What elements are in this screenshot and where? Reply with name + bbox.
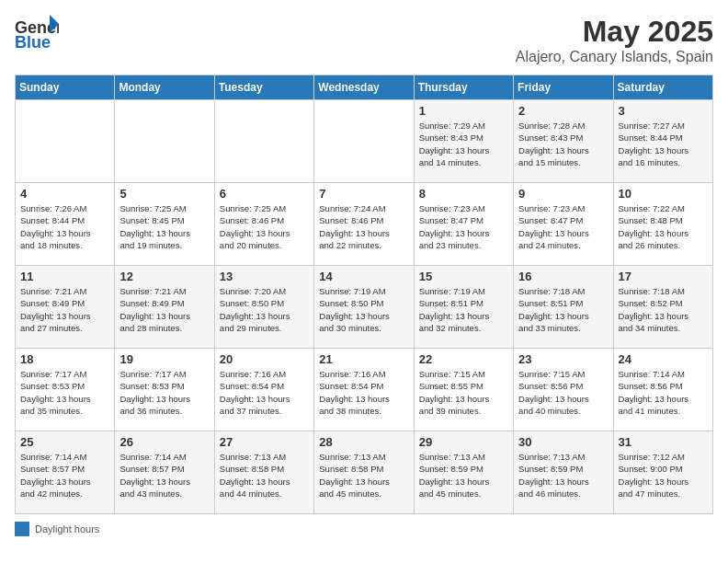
calendar-cell: [115, 100, 214, 183]
day-number: 17: [619, 270, 708, 283]
day-info: Sunrise: 7:13 AM Sunset: 8:59 PM Dayligh…: [419, 451, 508, 500]
day-number: 18: [20, 352, 109, 366]
day-number: 31: [619, 435, 708, 449]
day-info: Sunrise: 7:18 AM Sunset: 8:52 PM Dayligh…: [619, 285, 708, 334]
day-info: Sunrise: 7:17 AM Sunset: 8:53 PM Dayligh…: [20, 368, 109, 417]
day-info: Sunrise: 7:23 AM Sunset: 8:47 PM Dayligh…: [419, 202, 508, 251]
calendar-week-row: 25Sunrise: 7:14 AM Sunset: 8:57 PM Dayli…: [16, 431, 713, 514]
day-number: 30: [518, 435, 608, 449]
calendar-cell: 22Sunrise: 7:15 AM Sunset: 8:55 PM Dayli…: [414, 349, 513, 431]
day-number: 3: [619, 104, 708, 118]
day-number: 24: [619, 352, 708, 366]
day-number: 16: [518, 270, 608, 283]
day-info: Sunrise: 7:14 AM Sunset: 8:57 PM Dayligh…: [119, 451, 209, 500]
calendar-cell: 31Sunrise: 7:12 AM Sunset: 9:00 PM Dayli…: [613, 431, 712, 514]
legend-box: [15, 522, 29, 536]
day-info: Sunrise: 7:14 AM Sunset: 8:57 PM Dayligh…: [20, 451, 109, 500]
calendar-cell: 14Sunrise: 7:19 AM Sunset: 8:50 PM Dayli…: [314, 266, 414, 349]
day-info: Sunrise: 7:22 AM Sunset: 8:48 PM Dayligh…: [619, 202, 708, 251]
calendar-cell: 16Sunrise: 7:18 AM Sunset: 8:51 PM Dayli…: [514, 266, 613, 349]
calendar-cell: [314, 100, 414, 183]
day-info: Sunrise: 7:19 AM Sunset: 8:51 PM Dayligh…: [419, 285, 508, 334]
day-info: Sunrise: 7:14 AM Sunset: 8:56 PM Dayligh…: [619, 368, 708, 417]
day-number: 20: [220, 352, 309, 366]
calendar-cell: 8Sunrise: 7:23 AM Sunset: 8:47 PM Daylig…: [414, 183, 513, 266]
day-number: 21: [319, 352, 408, 366]
day-number: 22: [419, 352, 508, 366]
day-number: 2: [518, 104, 608, 118]
day-number: 27: [220, 435, 309, 449]
day-number: 28: [319, 435, 408, 449]
calendar-cell: 10Sunrise: 7:22 AM Sunset: 8:48 PM Dayli…: [613, 183, 712, 266]
logo-icon: General Blue: [15, 15, 59, 52]
day-info: Sunrise: 7:21 AM Sunset: 8:49 PM Dayligh…: [20, 285, 109, 334]
calendar-week-row: 11Sunrise: 7:21 AM Sunset: 8:49 PM Dayli…: [16, 266, 713, 349]
calendar-cell: 12Sunrise: 7:21 AM Sunset: 8:49 PM Dayli…: [115, 266, 214, 349]
day-info: Sunrise: 7:15 AM Sunset: 8:55 PM Dayligh…: [419, 368, 508, 417]
day-header-cell: Monday: [115, 75, 214, 100]
day-info: Sunrise: 7:24 AM Sunset: 8:46 PM Dayligh…: [319, 202, 408, 251]
day-info: Sunrise: 7:15 AM Sunset: 8:56 PM Dayligh…: [518, 368, 608, 417]
day-info: Sunrise: 7:13 AM Sunset: 8:58 PM Dayligh…: [220, 451, 309, 500]
calendar-cell: 4Sunrise: 7:26 AM Sunset: 8:44 PM Daylig…: [16, 183, 115, 266]
calendar-cell: 5Sunrise: 7:25 AM Sunset: 8:45 PM Daylig…: [115, 183, 214, 266]
day-info: Sunrise: 7:25 AM Sunset: 8:45 PM Dayligh…: [119, 202, 209, 251]
day-number: 8: [419, 187, 508, 201]
calendar-cell: 20Sunrise: 7:16 AM Sunset: 8:54 PM Dayli…: [214, 349, 313, 431]
calendar-body: 1Sunrise: 7:29 AM Sunset: 8:43 PM Daylig…: [16, 100, 713, 514]
day-info: Sunrise: 7:21 AM Sunset: 8:49 PM Dayligh…: [119, 285, 209, 334]
day-number: 19: [119, 352, 209, 366]
day-number: 1: [419, 104, 508, 118]
calendar-cell: 28Sunrise: 7:13 AM Sunset: 8:58 PM Dayli…: [314, 431, 414, 514]
calendar-cell: 29Sunrise: 7:13 AM Sunset: 8:59 PM Dayli…: [414, 431, 513, 514]
calendar-cell: 19Sunrise: 7:17 AM Sunset: 8:53 PM Dayli…: [115, 349, 214, 431]
day-number: 25: [20, 435, 109, 449]
day-header-cell: Tuesday: [214, 75, 313, 100]
day-info: Sunrise: 7:16 AM Sunset: 8:54 PM Dayligh…: [319, 368, 408, 417]
day-info: Sunrise: 7:17 AM Sunset: 8:53 PM Dayligh…: [119, 368, 209, 417]
calendar-cell: 24Sunrise: 7:14 AM Sunset: 8:56 PM Dayli…: [613, 349, 712, 431]
day-header-cell: Thursday: [414, 75, 513, 100]
day-number: 6: [220, 187, 309, 201]
calendar-cell: 17Sunrise: 7:18 AM Sunset: 8:52 PM Dayli…: [613, 266, 712, 349]
calendar-cell: [214, 100, 313, 183]
day-info: Sunrise: 7:13 AM Sunset: 8:58 PM Dayligh…: [319, 451, 408, 500]
day-info: Sunrise: 7:28 AM Sunset: 8:43 PM Dayligh…: [518, 120, 608, 168]
calendar-week-row: 4Sunrise: 7:26 AM Sunset: 8:44 PM Daylig…: [16, 183, 713, 266]
day-info: Sunrise: 7:20 AM Sunset: 8:50 PM Dayligh…: [220, 285, 309, 334]
calendar-cell: 21Sunrise: 7:16 AM Sunset: 8:54 PM Dayli…: [314, 349, 414, 431]
calendar-cell: 30Sunrise: 7:13 AM Sunset: 8:59 PM Dayli…: [514, 431, 613, 514]
calendar-cell: 1Sunrise: 7:29 AM Sunset: 8:43 PM Daylig…: [414, 100, 513, 183]
day-number: 4: [20, 187, 109, 201]
day-info: Sunrise: 7:19 AM Sunset: 8:50 PM Dayligh…: [319, 285, 408, 334]
calendar-cell: 15Sunrise: 7:19 AM Sunset: 8:51 PM Dayli…: [414, 266, 513, 349]
day-number: 15: [419, 270, 508, 283]
day-info: Sunrise: 7:25 AM Sunset: 8:46 PM Dayligh…: [220, 202, 309, 251]
calendar-cell: 2Sunrise: 7:28 AM Sunset: 8:43 PM Daylig…: [514, 100, 613, 183]
svg-text:Blue: Blue: [15, 33, 51, 52]
day-info: Sunrise: 7:18 AM Sunset: 8:51 PM Dayligh…: [518, 285, 608, 334]
day-number: 29: [419, 435, 508, 449]
day-number: 14: [319, 270, 408, 283]
calendar-cell: 18Sunrise: 7:17 AM Sunset: 8:53 PM Dayli…: [16, 349, 115, 431]
day-number: 13: [220, 270, 309, 283]
calendar-cell: 7Sunrise: 7:24 AM Sunset: 8:46 PM Daylig…: [314, 183, 414, 266]
day-number: 23: [518, 352, 608, 366]
day-header-cell: Wednesday: [314, 75, 414, 100]
day-info: Sunrise: 7:26 AM Sunset: 8:44 PM Dayligh…: [20, 202, 109, 251]
calendar-cell: 3Sunrise: 7:27 AM Sunset: 8:44 PM Daylig…: [613, 100, 712, 183]
day-header-cell: Saturday: [613, 75, 712, 100]
location-title: Alajero, Canary Islands, Spain: [516, 49, 713, 65]
day-info: Sunrise: 7:13 AM Sunset: 8:59 PM Dayligh…: [518, 451, 608, 500]
day-info: Sunrise: 7:27 AM Sunset: 8:44 PM Dayligh…: [619, 120, 708, 168]
day-number: 5: [119, 187, 209, 201]
calendar-cell: 13Sunrise: 7:20 AM Sunset: 8:50 PM Dayli…: [214, 266, 313, 349]
day-header-cell: Friday: [514, 75, 613, 100]
calendar-cell: 9Sunrise: 7:23 AM Sunset: 8:47 PM Daylig…: [514, 183, 613, 266]
calendar-table: SundayMondayTuesdayWednesdayThursdayFrid…: [15, 75, 713, 514]
title-section: May 2025 Alajero, Canary Islands, Spain: [516, 15, 713, 65]
month-title: May 2025: [516, 15, 713, 49]
calendar-week-row: 18Sunrise: 7:17 AM Sunset: 8:53 PM Dayli…: [16, 349, 713, 431]
page-header: General Blue May 2025 Alajero, Canary Is…: [15, 15, 713, 65]
calendar-week-row: 1Sunrise: 7:29 AM Sunset: 8:43 PM Daylig…: [16, 100, 713, 183]
